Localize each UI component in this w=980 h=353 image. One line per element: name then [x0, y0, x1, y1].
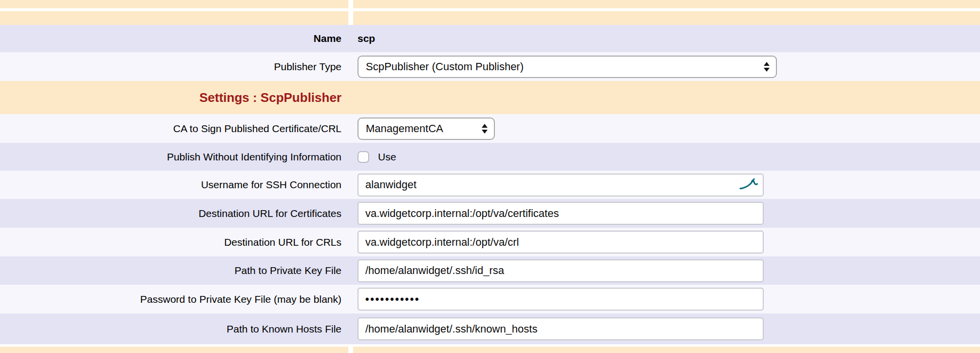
anonymize-checkbox[interactable]: [358, 151, 369, 163]
settings-header-band: Settings : ScpPublisher: [0, 81, 980, 114]
dashlane-icon[interactable]: [739, 178, 758, 191]
column-gap: [348, 347, 353, 353]
dest-certificates-input[interactable]: [358, 202, 764, 225]
publisher-type-label: Publisher Type: [0, 60, 348, 73]
row-ssh-username: Username for SSH Connection: [0, 171, 980, 199]
anonymize-checkbox-label: Use: [378, 151, 396, 163]
column-gap: [348, 11, 353, 25]
row-anonymize: Publish Without Identifying Information …: [0, 143, 980, 171]
ca-selected-value: ManagementCA: [366, 122, 443, 135]
top-band-lower-right: [353, 11, 980, 25]
private-key-password-input[interactable]: [358, 288, 764, 311]
top-band-lower-left: [0, 11, 348, 25]
bottom-band-right: [353, 347, 980, 353]
top-band-upper-right: [353, 0, 980, 8]
private-key-path-input[interactable]: [358, 259, 764, 282]
publisher-name-value: scp: [358, 33, 375, 44]
ssh-username-field-wrap: [358, 174, 764, 196]
dest-crls-label: Destination URL for CRLs: [0, 236, 348, 248]
row-known-hosts-path: Path to Known Hosts File: [0, 314, 980, 344]
publisher-type-select[interactable]: ScpPublisher (Custom Publisher): [358, 56, 777, 78]
row-publisher-type: Publisher Type ScpPublisher (Custom Publ…: [0, 52, 980, 81]
row-private-key-path: Path to Private Key File: [0, 256, 980, 285]
publisher-settings-page: Name scp Publisher Type ScpPublisher (Cu…: [0, 0, 980, 353]
ssh-username-input[interactable]: [358, 174, 764, 196]
select-up-down-arrows-icon: [757, 62, 770, 72]
top-band-upper-left: [0, 0, 348, 8]
private-key-password-label: Password to Private Key File (may be bla…: [0, 293, 348, 305]
anonymize-label: Publish Without Identifying Information: [0, 151, 348, 163]
ca-select[interactable]: ManagementCA: [358, 118, 495, 140]
row-dest-crls: Destination URL for CRLs: [0, 228, 980, 256]
row-dest-certificates: Destination URL for Certificates: [0, 199, 980, 228]
ca-label: CA to Sign Published Certificate/CRL: [0, 122, 348, 135]
known-hosts-path-input[interactable]: [358, 317, 764, 340]
row-name: Name scp: [0, 25, 980, 52]
known-hosts-path-label: Path to Known Hosts File: [0, 323, 348, 335]
row-private-key-password: Password to Private Key File (may be bla…: [0, 285, 980, 314]
ssh-username-label: Username for SSH Connection: [0, 178, 348, 191]
dest-crls-input[interactable]: [358, 231, 764, 254]
bottom-band: [0, 347, 980, 353]
top-band-lower: [0, 11, 980, 25]
column-gap: [348, 0, 353, 8]
select-up-down-arrows-icon: [475, 124, 488, 134]
top-band-upper: [0, 0, 980, 8]
publisher-type-selected-value: ScpPublisher (Custom Publisher): [366, 60, 524, 73]
name-label: Name: [0, 32, 348, 44]
settings-header-title: Settings : ScpPublisher: [0, 90, 348, 105]
dest-certificates-label: Destination URL for Certificates: [0, 207, 348, 219]
private-key-path-label: Path to Private Key File: [0, 264, 348, 276]
row-ca-select: CA to Sign Published Certificate/CRL Man…: [0, 114, 980, 143]
bottom-band-left: [0, 347, 348, 353]
